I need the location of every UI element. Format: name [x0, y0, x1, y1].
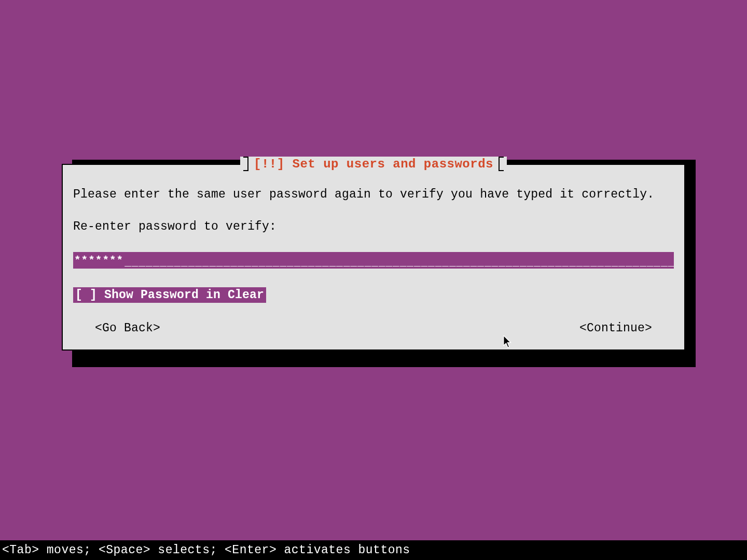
continue-button[interactable]: <Continue>: [579, 321, 652, 335]
checkbox-label: Show Password in Clear: [104, 288, 264, 302]
dialog-body: Please enter the same user password agai…: [63, 165, 684, 344]
password-masked-value: *******: [73, 252, 125, 269]
status-bar: <Tab> moves; <Space> selects; <Enter> ac…: [0, 540, 747, 560]
password-field-label: Re-enter password to verify:: [73, 220, 674, 233]
go-back-button[interactable]: <Go Back>: [95, 321, 160, 335]
dialog-title-frame: [!!] Set up users and passwords: [240, 157, 507, 171]
password-input[interactable]: ******* ________________________________…: [73, 252, 674, 269]
title-border-left-icon: [243, 157, 248, 171]
show-password-checkbox[interactable]: [ ] Show Password in Clear: [73, 287, 266, 303]
checkbox-state: [ ]: [75, 288, 97, 302]
dialog-title: [!!] Set up users and passwords: [254, 157, 493, 171]
password-fill-underline: ________________________________________…: [125, 252, 674, 269]
instruction-text: Please enter the same user password agai…: [73, 188, 674, 201]
title-border-right-icon: [499, 157, 504, 171]
password-dialog: [!!] Set up users and passwords Please e…: [62, 164, 685, 351]
button-row: <Go Back> <Continue>: [73, 321, 674, 335]
